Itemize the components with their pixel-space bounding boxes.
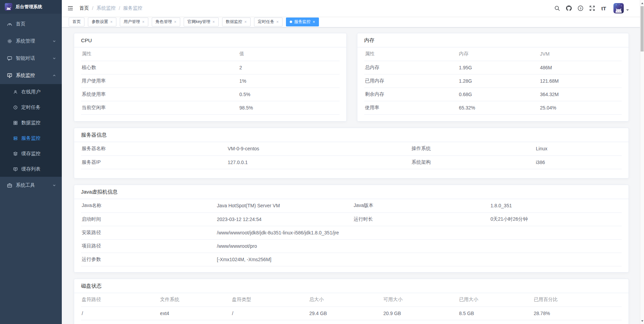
sidebar-item-label: 缓存监控 <box>21 151 56 157</box>
table-row: /ext4/29.4 GB20.9 GB8.5 GB28.78% <box>81 306 622 320</box>
close-icon[interactable]: × <box>212 20 215 24</box>
tab-home[interactable]: 首页 <box>69 18 84 26</box>
sidebar-item-online-users[interactable]: 在线用户 <box>0 84 62 100</box>
monitor-icon <box>7 73 12 78</box>
table-row: 服务器IP127.0.0.1系统架构i386 <box>81 155 622 169</box>
sidebar-item-label: 缓存列表 <box>21 166 56 172</box>
sidebar-item-system-monitor[interactable]: 系统监控 <box>0 67 62 84</box>
sidebar-item-data-monitor[interactable]: 数据监控 <box>0 115 62 130</box>
table-row: Java名称Java HotSpot(TM) Server VMJava版本1.… <box>81 199 622 212</box>
disk-status-card-title: 磁盘状态 <box>74 279 629 293</box>
svg-text:?: ? <box>579 7 582 10</box>
github-icon[interactable] <box>565 5 572 12</box>
tab-user-management[interactable]: 用户管理× <box>120 18 148 26</box>
avatar <box>613 3 624 13</box>
cpu-table: 属性 值 核心数2用户使用率1%系统使用率0.5%当前空闲率98.5% <box>81 47 340 115</box>
sidebar-item-label: 系统管理 <box>16 38 52 44</box>
clock-icon <box>13 105 18 110</box>
table-row: 项目路径/www/wwwroot/pro <box>81 239 622 253</box>
gear-icon <box>7 38 12 44</box>
sidebar-item-system-tools[interactable]: 系统工具 <box>0 177 62 194</box>
logo-image-icon <box>5 3 12 11</box>
breadcrumb-item-service-monitor: 服务监控 <box>123 5 142 11</box>
chevron-down-icon <box>52 183 56 187</box>
column-header: 盘符路径 <box>81 293 159 306</box>
table-row: 剩余内存0.68G364.32M <box>364 88 622 101</box>
sidebar-item-label: 在线用户 <box>21 89 56 95</box>
cache-list-icon <box>13 167 18 172</box>
sidebar-item-label: 系统监控 <box>16 72 52 79</box>
jvm-info-table: Java名称Java HotSpot(TM) Server VMJava版本1.… <box>81 199 622 266</box>
grid-icon <box>13 120 18 125</box>
main-area: 首页 / 系统监控 / 服务监控 ? tT 首 <box>62 0 644 324</box>
tab-data-monitor[interactable]: 数据监控× <box>222 18 251 26</box>
scrollbar-thumb[interactable] <box>641 6 644 51</box>
sidebar-menu: 首页 系统管理 智能对话 系统监控 在线用户 <box>0 14 62 194</box>
sidebar-item-label: 定时任务 <box>21 104 56 111</box>
sidebar-submenu-system-monitor: 在线用户 定时任务 数据监控 服务监控 缓存监控 <box>0 84 62 177</box>
tab-service-monitor[interactable]: 服务监控× <box>286 18 319 26</box>
sidebar: 后台管理系统 首页 系统管理 智能对话 系统监控 <box>0 0 62 324</box>
sidebar-item-label: 系统工具 <box>16 182 52 188</box>
table-row: 当前空闲率98.5% <box>81 101 340 114</box>
sidebar-item-label: 智能对话 <box>16 55 52 61</box>
navbar-actions: ? tT <box>554 3 634 13</box>
vertical-scrollbar[interactable] <box>640 0 644 324</box>
sidebar-item-service-monitor[interactable]: 服务监控 <box>0 130 62 146</box>
app-logo[interactable]: 后台管理系统 <box>0 0 62 14</box>
column-header: 已用大小 <box>458 293 533 306</box>
dashboard-icon <box>7 21 12 27</box>
breadcrumb-separator: / <box>119 5 120 11</box>
sidebar-item-scheduled-tasks[interactable]: 定时任务 <box>0 100 62 115</box>
close-icon[interactable]: × <box>313 20 315 24</box>
table-row: 用户使用率1% <box>81 74 340 88</box>
fullscreen-icon[interactable] <box>589 5 595 12</box>
sidebar-item-label: 服务监控 <box>21 135 56 141</box>
question-icon[interactable]: ? <box>577 5 584 12</box>
sidebar-toggle-hamburger-icon[interactable] <box>67 5 74 12</box>
close-icon[interactable]: × <box>276 20 279 24</box>
tab-parameter-settings[interactable]: 参数设置× <box>88 18 116 26</box>
memory-card-title: 内存 <box>357 33 629 47</box>
column-header: 属性 <box>364 47 458 61</box>
app-window: 后台管理系统 首页 系统管理 智能对话 系统监控 <box>0 0 644 324</box>
chevron-down-icon <box>52 56 56 60</box>
column-header: 总大小 <box>309 293 383 306</box>
server-info-card-title: 服务器信息 <box>74 128 629 142</box>
close-icon[interactable]: × <box>244 20 247 24</box>
tab-role-management[interactable]: 角色管理× <box>152 18 180 26</box>
sidebar-item-cache-monitor[interactable]: 缓存监控 <box>0 146 62 161</box>
table-header-row: 属性 内存 JVM <box>364 47 622 61</box>
table-row: 已用内存1.28G121.68M <box>364 74 622 88</box>
breadcrumb: 首页 / 系统监控 / 服务监控 <box>79 5 142 11</box>
tab-scheduled-tasks[interactable]: 定时任务× <box>254 18 283 26</box>
table-row: 服务器名称VM-0-9-centos操作系统Linux <box>81 142 622 155</box>
chevron-down-icon <box>52 39 56 43</box>
cpu-card-title: CPU <box>74 33 346 47</box>
sidebar-item-system-management[interactable]: 系统管理 <box>0 33 62 50</box>
close-icon[interactable]: × <box>142 20 145 24</box>
close-icon[interactable]: × <box>174 20 176 24</box>
tags-view-bar: 首页 参数设置× 用户管理× 角色管理× 官网key管理× 数据监控× 定时任务… <box>62 16 644 27</box>
column-header: 盘符类型 <box>231 293 309 306</box>
breadcrumb-item-system-monitor: 系统监控 <box>96 5 116 11</box>
sidebar-item-cache-list[interactable]: 缓存列表 <box>0 161 62 177</box>
font-size-icon[interactable]: tT <box>600 5 607 12</box>
disk-status-table: 盘符路径 文件系统 盘符类型 总大小 可用大小 已用大小 已用百分比 /ext4… <box>81 293 622 320</box>
search-icon[interactable] <box>554 5 560 12</box>
sidebar-item-home[interactable]: 首页 <box>0 15 62 33</box>
scroll-down-arrow-icon[interactable] <box>640 319 644 323</box>
server-icon <box>13 136 18 141</box>
online-user-icon <box>13 90 18 94</box>
column-header: 可用大小 <box>383 293 458 306</box>
memory-card: 内存 属性 内存 JVM 总内存1.95G486M已用内存1.28G121 <box>357 33 629 121</box>
close-icon[interactable]: × <box>110 20 113 24</box>
tab-key-management[interactable]: 官网key管理× <box>184 18 219 26</box>
breadcrumb-item-home[interactable]: 首页 <box>79 5 89 11</box>
scroll-up-arrow-icon[interactable] <box>640 1 644 5</box>
server-info-card: 服务器信息 服务器名称VM-0-9-centos操作系统Linux服务器IP12… <box>74 128 629 178</box>
sidebar-item-smart-chat[interactable]: 智能对话 <box>0 50 62 67</box>
server-info-table: 服务器名称VM-0-9-centos操作系统Linux服务器IP127.0.0.… <box>81 142 622 169</box>
user-menu[interactable] <box>613 3 629 13</box>
disk-status-card: 磁盘状态 盘符路径 文件系统 盘符类型 总大小 可用大小 已用大小 已用百分比 <box>74 279 629 324</box>
